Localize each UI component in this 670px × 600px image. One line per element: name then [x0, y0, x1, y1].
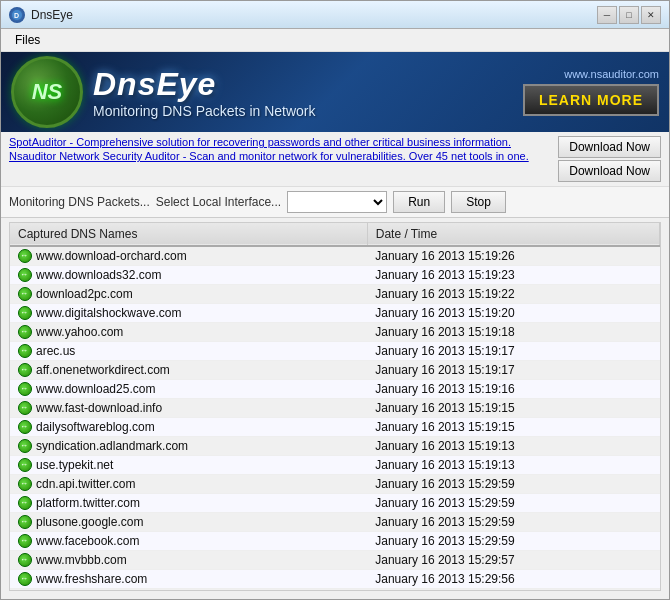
dns-name-cell: www.facebook.com: [10, 532, 367, 551]
dns-time-cell: January 16 2013 15:19:13: [367, 437, 659, 456]
dns-name: use.typekit.net: [36, 458, 113, 472]
table-row: www.digitalshockwave.comJanuary 16 2013 …: [10, 304, 660, 323]
dns-name: arec.us: [36, 344, 75, 358]
dns-icon: [18, 287, 32, 301]
dns-icon: [18, 439, 32, 453]
dns-name-cell: syndication.adlandmark.com: [10, 437, 367, 456]
dns-name-cell: aff.onenetworkdirect.com: [10, 361, 367, 380]
table-row: download2pc.comJanuary 16 2013 15:19:22: [10, 285, 660, 304]
table-row: use.typekit.netJanuary 16 2013 15:19:13: [10, 456, 660, 475]
files-menu[interactable]: Files: [9, 31, 46, 49]
dns-name-cell: www.yahoo.com: [10, 323, 367, 342]
ad-link-2[interactable]: Nsauditor Network Security Auditor - Sca…: [9, 150, 550, 162]
table-row: www.freedownloadbusiness.comJanuary 16 2…: [10, 589, 660, 592]
dns-icon: [18, 496, 32, 510]
table-row: www.facebook.comJanuary 16 2013 15:29:59: [10, 532, 660, 551]
dns-name: www.fast-download.info: [36, 401, 162, 415]
table-row: plusone.google.comJanuary 16 2013 15:29:…: [10, 513, 660, 532]
dns-name: www.mvbbb.com: [36, 553, 127, 567]
download-button-1[interactable]: Download Now: [558, 136, 661, 158]
dns-icon: [18, 515, 32, 529]
ns-circle: NS: [11, 56, 83, 128]
dns-name: www.yahoo.com: [36, 325, 123, 339]
table-row: platform.twitter.comJanuary 16 2013 15:2…: [10, 494, 660, 513]
dns-icon: [18, 268, 32, 282]
dns-name: dailysoftwareblog.com: [36, 420, 155, 434]
dns-name: www.downloads32.com: [36, 268, 161, 282]
table-row: www.mvbbb.comJanuary 16 2013 15:29:57: [10, 551, 660, 570]
banner-subtitle: Monitoring DNS Packets in Network: [93, 103, 523, 119]
dns-icon: [18, 477, 32, 491]
table-row: dailysoftwareblog.comJanuary 16 2013 15:…: [10, 418, 660, 437]
dns-table-body: www.download-orchard.comJanuary 16 2013 …: [10, 246, 660, 591]
dns-time-cell: January 16 2013 15:19:18: [367, 323, 659, 342]
minimize-button[interactable]: ─: [597, 6, 617, 24]
ad-link-1[interactable]: SpotAuditor - Comprehensive solution for…: [9, 136, 550, 148]
close-button[interactable]: ✕: [641, 6, 661, 24]
dns-icon: [18, 363, 32, 377]
col-datetime: Date / Time: [367, 223, 659, 246]
ad-bar: SpotAuditor - Comprehensive solution for…: [1, 132, 669, 187]
dns-icon: [18, 344, 32, 358]
dns-name-cell: download2pc.com: [10, 285, 367, 304]
interface-select[interactable]: [287, 191, 387, 213]
table-row: www.yahoo.comJanuary 16 2013 15:19:18: [10, 323, 660, 342]
banner: NS DnsEye Monitoring DNS Packets in Netw…: [1, 52, 669, 132]
maximize-button[interactable]: □: [619, 6, 639, 24]
dns-time-cell: January 16 2013 15:19:23: [367, 266, 659, 285]
table-row: aff.onenetworkdirect.comJanuary 16 2013 …: [10, 361, 660, 380]
dns-name-cell: www.freshshare.com: [10, 570, 367, 589]
dns-time-cell: January 16 2013 15:19:20: [367, 304, 659, 323]
dns-icon: [18, 382, 32, 396]
main-window: D DnsEye ─ □ ✕ Files NS DnsEye Monitorin…: [0, 0, 670, 600]
dns-time-cell: January 16 2013 15:19:13: [367, 456, 659, 475]
dns-time-cell: January 16 2013 15:29:57: [367, 551, 659, 570]
dns-icon: [18, 420, 32, 434]
banner-right: www.nsauditor.com LEARN MORE: [523, 68, 669, 116]
dns-time-cell: January 16 2013 15:29:59: [367, 494, 659, 513]
ad-links: SpotAuditor - Comprehensive solution for…: [9, 136, 550, 164]
banner-app-name: DnsEye: [93, 66, 523, 103]
dns-name: aff.onenetworkdirect.com: [36, 363, 170, 377]
dns-time-cell: January 16 2013 15:19:17: [367, 342, 659, 361]
dns-time-cell: January 16 2013 15:19:15: [367, 418, 659, 437]
dns-name-cell: platform.twitter.com: [10, 494, 367, 513]
dns-name: platform.twitter.com: [36, 496, 140, 510]
dns-name: www.facebook.com: [36, 534, 139, 548]
dns-name: www.freshshare.com: [36, 572, 147, 586]
ns-logo: NS: [11, 56, 83, 128]
col-dns-names: Captured DNS Names: [10, 223, 367, 246]
dns-name-cell: www.download25.com: [10, 380, 367, 399]
title-bar: D DnsEye ─ □ ✕: [1, 1, 669, 29]
table-row: arec.usJanuary 16 2013 15:19:17: [10, 342, 660, 361]
dns-name-cell: arec.us: [10, 342, 367, 361]
dns-time-cell: January 16 2013 15:19:17: [367, 361, 659, 380]
download-button-2[interactable]: Download Now: [558, 160, 661, 182]
title-bar-left: D DnsEye: [9, 7, 73, 23]
dns-name: syndication.adlandmark.com: [36, 439, 188, 453]
table-row: cdn.api.twitter.comJanuary 16 2013 15:29…: [10, 475, 660, 494]
dns-name: download2pc.com: [36, 287, 133, 301]
dns-table: Captured DNS Names Date / Time www.downl…: [10, 223, 660, 591]
stop-button[interactable]: Stop: [451, 191, 506, 213]
dns-name-cell: www.download-orchard.com: [10, 246, 367, 266]
table-row: www.download25.comJanuary 16 2013 15:19:…: [10, 380, 660, 399]
dns-icon: [18, 458, 32, 472]
dns-time-cell: January 16 2013 15:19:22: [367, 285, 659, 304]
ad-buttons: Download Now Download Now: [558, 136, 661, 182]
monitoring-label: Monitoring DNS Packets...: [9, 195, 150, 209]
dns-name-cell: www.digitalshockwave.com: [10, 304, 367, 323]
interface-label: Select Local Interface...: [156, 195, 281, 209]
dns-time-cell: January 16 2013 15:29:59: [367, 513, 659, 532]
dns-icon: [18, 306, 32, 320]
dns-icon: [18, 534, 32, 548]
dns-name-cell: www.downloads32.com: [10, 266, 367, 285]
app-icon: D: [9, 7, 25, 23]
toolbar: Monitoring DNS Packets... Select Local I…: [1, 187, 669, 218]
dns-icon: [18, 401, 32, 415]
dns-icon: [18, 325, 32, 339]
table-row: syndication.adlandmark.comJanuary 16 201…: [10, 437, 660, 456]
run-button[interactable]: Run: [393, 191, 445, 213]
banner-center: DnsEye Monitoring DNS Packets in Network: [93, 66, 523, 119]
learn-more-button[interactable]: LEARN MORE: [523, 84, 659, 116]
